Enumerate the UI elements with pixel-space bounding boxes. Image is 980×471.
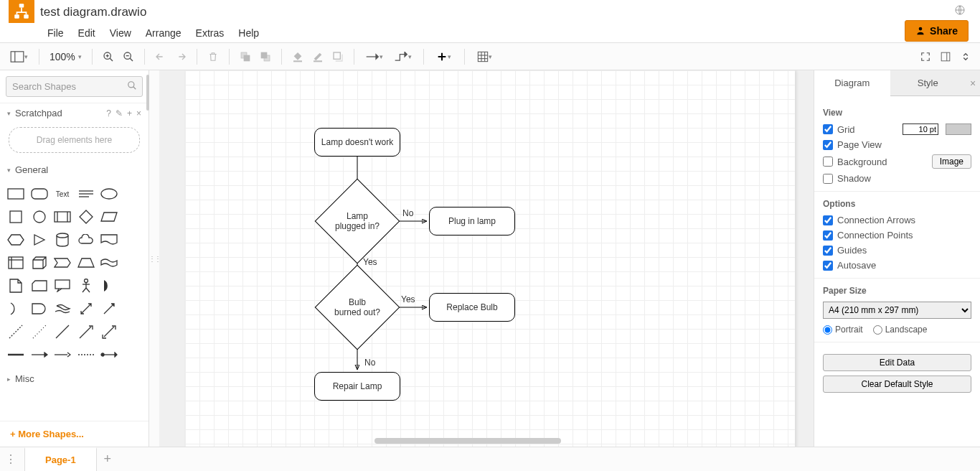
help-icon[interactable]: ? [106,108,111,118]
edit-data-button[interactable]: Edit Data [823,354,971,371]
node-replace[interactable]: Replace Bulb [429,293,515,322]
sidebar-toggle[interactable]: ▾ [6,48,32,65]
shape-ellipse[interactable] [99,184,119,204]
guides-checkbox[interactable] [823,246,833,256]
shape-note[interactable] [6,276,26,296]
shape-conn1[interactable] [6,345,26,365]
shape-callout[interactable] [52,276,72,296]
misc-section[interactable]: ▸ Misc [0,369,149,388]
shape-actor[interactable] [76,276,96,296]
zoom-selector[interactable]: 100%▾ [47,51,85,62]
add-icon[interactable]: + [127,108,132,118]
shape-internal[interactable] [6,253,26,273]
shape-cylinder[interactable] [52,230,72,250]
shape-datastorage[interactable] [52,299,72,319]
shape-hexagon[interactable] [6,230,26,250]
conn-points-checkbox[interactable] [823,230,833,241]
shape-biarrow[interactable] [76,299,96,319]
shape-text[interactable]: Text [52,184,72,204]
splitter-left[interactable]: ⋮⋮ [149,70,159,447]
canvas-scrollbar[interactable] [374,438,561,444]
shape-document[interactable] [99,230,119,250]
node-plugin[interactable]: Plug in lamp [429,207,515,236]
waypoint-icon[interactable]: ▾ [390,48,416,65]
clear-style-button[interactable]: Clear Default Style [823,376,971,393]
canvas[interactable]: Lamp doesn't work Lamp plugged in? No Pl… [159,70,814,447]
scratchpad-dropzone[interactable]: Drag elements here [9,127,140,153]
node-bulb[interactable]: Bulb burned out? [327,277,387,337]
redo-icon[interactable] [172,48,189,65]
shape-blank8[interactable] [123,345,143,365]
edit-icon[interactable]: ✎ [116,108,123,118]
shape-process[interactable] [52,207,72,227]
add-page-icon[interactable]: + [97,452,118,467]
tab-diagram[interactable]: Diagram [814,70,890,96]
search-shapes-input[interactable] [6,76,143,97]
page-tab-1[interactable]: Page-1 [24,447,97,471]
shape-conn2[interactable] [29,345,50,365]
conn-arrows-checkbox[interactable] [823,215,833,225]
shape-square[interactable] [6,207,26,227]
tab-style[interactable]: Style [890,70,966,96]
shape-dotted[interactable] [29,322,50,342]
shape-rect[interactable] [6,184,26,204]
shadow-checkbox[interactable] [823,174,833,184]
general-section[interactable]: ▾ General [0,160,149,179]
shape-blank5[interactable] [123,276,143,296]
pageview-checkbox[interactable] [823,140,833,150]
shape-blank4[interactable] [123,253,143,273]
shape-cloud[interactable] [76,230,96,250]
shape-trapezoid[interactable] [76,253,96,273]
connection-icon[interactable]: ▾ [362,48,387,65]
shape-card[interactable] [29,276,50,296]
paper-size-select[interactable]: A4 (210 mm x 297 mm) [823,302,971,319]
menu-view[interactable]: View [103,24,138,42]
grid-size-input[interactable] [903,123,938,135]
label-yes-2[interactable]: Yes [401,294,415,304]
shape-triangle[interactable] [29,230,50,250]
portrait-radio[interactable] [823,325,832,335]
shape-diamond[interactable] [76,207,96,227]
background-checkbox[interactable] [823,157,833,167]
shape-tape[interactable] [99,253,119,273]
scratchpad-section[interactable]: ▾ Scratchpad ? ✎ + × [0,103,149,123]
landscape-radio[interactable] [873,325,882,335]
shape-parallel[interactable] [99,207,119,227]
shape-line1[interactable] [52,322,72,342]
label-yes-1[interactable]: Yes [363,257,377,267]
page-menu-icon[interactable]: ⋮ [0,452,22,466]
close-icon[interactable]: × [136,108,141,118]
shape-blank6[interactable] [123,299,143,319]
more-shapes-button[interactable]: + More Shapes... [0,421,149,447]
node-plugged[interactable]: Lamp plugged in? [327,191,387,251]
language-icon[interactable] [954,4,966,19]
to-back-icon[interactable] [257,48,274,65]
menu-extras[interactable]: Extras [189,24,232,42]
collapse-icon[interactable] [957,48,974,65]
grid-color-swatch[interactable] [946,123,971,135]
shape-step[interactable] [52,253,72,273]
label-no-1[interactable]: No [402,208,413,218]
fullscreen-icon[interactable] [917,48,934,65]
shape-roundrect[interactable] [29,184,50,204]
menu-file[interactable]: File [40,24,71,42]
line-color-icon[interactable] [309,48,326,65]
shape-cube[interactable] [29,253,50,273]
menu-arrange[interactable]: Arrange [138,24,189,42]
shape-blank7[interactable] [123,322,143,342]
image-button[interactable]: Image [932,154,971,169]
label-no-2[interactable]: No [364,358,375,368]
zoom-in-icon[interactable] [100,48,117,65]
menu-edit[interactable]: Edit [71,24,103,42]
shape-dashed[interactable] [6,322,26,342]
shape-conn3[interactable] [52,345,72,365]
menu-help[interactable]: Help [231,24,266,42]
zoom-out-icon[interactable] [120,48,137,65]
fill-color-icon[interactable] [289,48,306,65]
shape-line-biarrow[interactable] [99,322,119,342]
table-icon[interactable]: ▾ [472,48,498,65]
grid-checkbox[interactable] [823,124,833,134]
shape-blank[interactable] [123,184,143,204]
shape-conn5[interactable] [99,345,119,365]
undo-icon[interactable] [152,48,169,65]
